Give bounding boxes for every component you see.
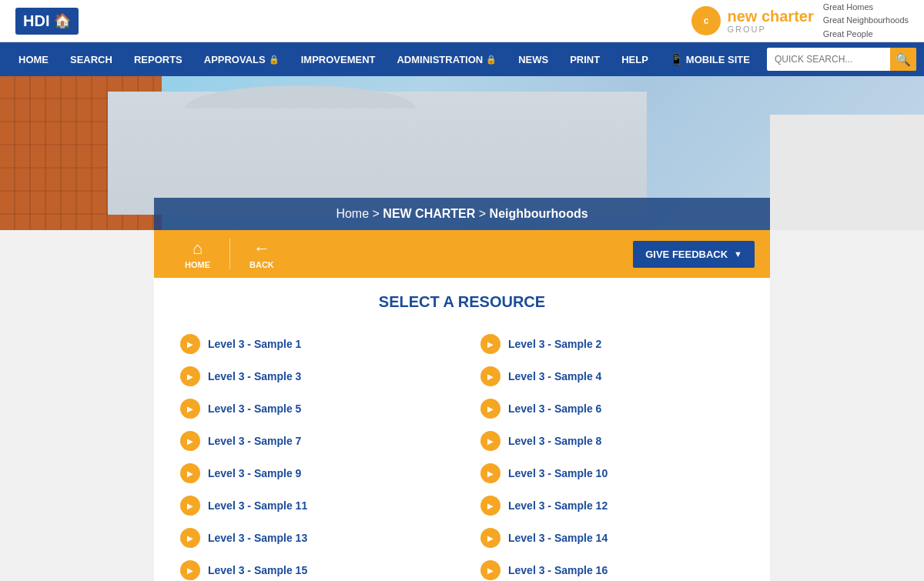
list-item[interactable]: ► Level 3 - Sample 5 xyxy=(177,394,447,423)
list-item[interactable]: ► Level 3 - Sample 7 xyxy=(177,426,447,456)
resource-label: Level 3 - Sample 4 xyxy=(508,370,601,382)
nav-improvement[interactable]: IMPROVEMENT xyxy=(290,42,387,76)
hdi-logo[interactable]: HDI 🏠 xyxy=(15,8,79,35)
resource-arrow-icon: ► xyxy=(180,334,200,354)
admin-lock-icon: 🔒 xyxy=(486,55,497,65)
list-item[interactable]: ► Level 3 - Sample 10 xyxy=(477,459,747,488)
page-wrapper: HDI 🏠 c new charter GROUP G xyxy=(0,0,924,581)
nc-group-label: GROUP xyxy=(727,25,813,34)
nav-print[interactable]: PRINT xyxy=(559,42,611,76)
nav-administration[interactable]: ADMINISTRATION 🔒 xyxy=(386,42,507,76)
hdi-house-icon: 🏠 xyxy=(54,12,71,29)
resource-label: Level 3 - Sample 2 xyxy=(508,338,601,350)
list-item[interactable]: ► Level 3 - Sample 6 xyxy=(477,394,747,423)
list-item[interactable]: ► Level 3 - Sample 11 xyxy=(177,491,447,520)
resource-arrow-icon: ► xyxy=(480,399,500,419)
main-content: SELECT A RESOURCE ► Level 3 - Sample 1 ►… xyxy=(154,278,770,581)
resource-arrow-icon: ► xyxy=(480,463,500,483)
breadcrumb-sep2: > xyxy=(479,207,490,220)
resource-label: Level 3 - Sample 13 xyxy=(208,532,307,544)
list-item[interactable]: ► Level 3 - Sample 14 xyxy=(477,523,747,553)
resource-label: Level 3 - Sample 11 xyxy=(208,499,307,512)
resource-arrow-icon: ► xyxy=(180,366,200,386)
home-icon: ⌂ xyxy=(192,239,203,259)
give-feedback-button[interactable]: GIVE FEEDBACK ▼ xyxy=(633,241,755,268)
svg-text:c: c xyxy=(704,15,709,26)
action-divider xyxy=(229,239,230,269)
breadcrumb-new-charter[interactable]: NEW CHARTER xyxy=(383,207,475,220)
quick-search-wrap: 🔍 xyxy=(767,48,916,71)
feedback-dropdown-icon: ▼ xyxy=(734,249,742,259)
select-resource-title: SELECT A RESOURCE xyxy=(177,293,747,311)
nav-search[interactable]: SEARCH xyxy=(59,42,123,76)
nc-brand-name: new charter xyxy=(727,8,813,25)
resources-grid: ► Level 3 - Sample 1 ► Level 3 - Sample … xyxy=(177,329,747,581)
breadcrumb-sep1: > xyxy=(373,207,383,220)
resource-label: Level 3 - Sample 14 xyxy=(508,532,608,544)
list-item[interactable]: ► Level 3 - Sample 12 xyxy=(477,491,747,520)
back-action-button[interactable]: ← BACK xyxy=(234,239,290,269)
breadcrumb-text: Home > NEW CHARTER > Neighbourhoods xyxy=(200,207,724,221)
resource-arrow-icon: ► xyxy=(180,496,200,516)
hero-building-modern xyxy=(108,92,647,215)
resource-label: Level 3 - Sample 16 xyxy=(508,564,608,576)
nav-news[interactable]: NEWS xyxy=(507,42,559,76)
hdi-text: HDI xyxy=(23,12,49,30)
resource-label: Level 3 - Sample 1 xyxy=(208,338,301,350)
resource-arrow-icon: ► xyxy=(480,334,500,354)
home-action-button[interactable]: ⌂ HOME xyxy=(169,239,226,269)
nav-approvals[interactable]: APPROVALS 🔒 xyxy=(193,42,290,76)
back-icon: ← xyxy=(253,239,270,259)
hero-right-building xyxy=(770,115,924,230)
resource-label: Level 3 - Sample 6 xyxy=(508,402,601,415)
search-icon: 🔍 xyxy=(896,52,911,67)
content-center: ⌂ HOME ← BACK GIVE FEEDBACK ▼ SELECT A R… xyxy=(0,230,924,581)
list-item[interactable]: ► Level 3 - Sample 3 xyxy=(177,362,447,391)
resource-label: Level 3 - Sample 10 xyxy=(508,467,608,479)
resource-label: Level 3 - Sample 15 xyxy=(208,564,307,576)
tagline-2: Great Neighbourhoods xyxy=(823,14,909,28)
quick-search-input[interactable] xyxy=(767,48,890,71)
resource-label: Level 3 - Sample 8 xyxy=(508,435,601,447)
nav-items: HOME SEARCH REPORTS APPROVALS 🔒 IMPROVEM… xyxy=(8,42,767,76)
resource-label: Level 3 - Sample 5 xyxy=(208,402,301,415)
resource-arrow-icon: ► xyxy=(480,496,500,516)
list-item[interactable]: ► Level 3 - Sample 15 xyxy=(177,556,447,581)
list-item[interactable]: ► Level 3 - Sample 2 xyxy=(477,329,747,359)
nc-circle-icon: c xyxy=(691,6,721,35)
brand-taglines: Great Homes Great Neighbourhoods Great P… xyxy=(823,1,909,42)
resource-arrow-icon: ► xyxy=(480,560,500,580)
resource-arrow-icon: ► xyxy=(180,463,200,483)
top-header: HDI 🏠 c new charter GROUP G xyxy=(0,0,924,42)
new-charter-logo: c new charter GROUP xyxy=(691,6,813,35)
back-action-label: BACK xyxy=(249,260,274,269)
quick-search-button[interactable]: 🔍 xyxy=(890,48,916,71)
nav-home[interactable]: HOME xyxy=(8,42,59,76)
nav-help[interactable]: HELP xyxy=(611,42,659,76)
list-item[interactable]: ► Level 3 - Sample 13 xyxy=(177,523,447,553)
nc-new: new charter xyxy=(727,8,813,25)
resource-arrow-icon: ► xyxy=(180,560,200,580)
breadcrumb-home[interactable]: Home xyxy=(336,207,369,220)
nc-text-block: new charter GROUP xyxy=(727,8,813,34)
list-item[interactable]: ► Level 3 - Sample 16 xyxy=(477,556,747,581)
list-item[interactable]: ► Level 3 - Sample 1 xyxy=(177,329,447,359)
breadcrumb-bar: Home > NEW CHARTER > Neighbourhoods xyxy=(154,198,770,230)
give-feedback-label: GIVE FEEDBACK xyxy=(645,249,728,260)
list-item[interactable]: ► Level 3 - Sample 8 xyxy=(477,426,747,456)
home-action-label: HOME xyxy=(185,260,210,269)
action-bar: ⌂ HOME ← BACK GIVE FEEDBACK ▼ xyxy=(154,230,770,278)
hero-area: Home > NEW CHARTER > Neighbourhoods xyxy=(0,76,924,230)
list-item[interactable]: ► Level 3 - Sample 9 xyxy=(177,459,447,488)
nav-bar: HOME SEARCH REPORTS APPROVALS 🔒 IMPROVEM… xyxy=(0,42,924,76)
tagline-3: Great People xyxy=(823,28,909,42)
brand-right: c new charter GROUP Great Homes Great Ne… xyxy=(691,1,909,42)
resource-label: Level 3 - Sample 9 xyxy=(208,467,301,479)
resource-arrow-icon: ► xyxy=(480,431,500,451)
list-item[interactable]: ► Level 3 - Sample 4 xyxy=(477,362,747,391)
nav-reports[interactable]: REPORTS xyxy=(123,42,193,76)
breadcrumb-current: Neighbourhoods xyxy=(490,207,588,220)
resource-label: Level 3 - Sample 12 xyxy=(508,499,608,512)
resource-label: Level 3 - Sample 7 xyxy=(208,435,301,447)
nav-mobile-site[interactable]: 📱MOBILE SITE xyxy=(659,42,761,76)
